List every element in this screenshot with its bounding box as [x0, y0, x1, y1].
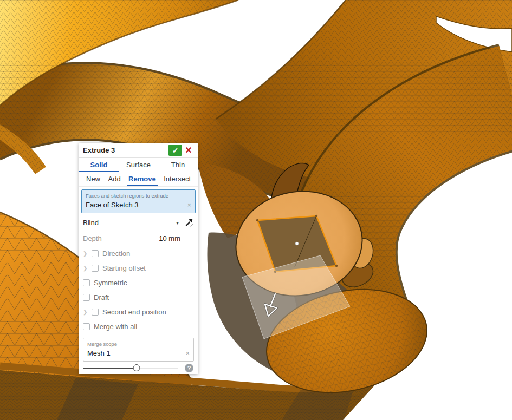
clear-merge-scope-icon[interactable]: × [185, 350, 190, 357]
chevron-right-icon[interactable]: ❯ [83, 251, 88, 257]
tab-thin[interactable]: Thin [158, 158, 198, 172]
option-row-symmetric: Symmetric [81, 275, 196, 290]
slider-track-filled[interactable] [83, 368, 137, 369]
slider-handle[interactable] [133, 364, 140, 371]
confirm-button[interactable]: ✓ [168, 145, 182, 156]
end-type-value: Blind [83, 219, 99, 227]
optab-remove[interactable]: Remove [126, 172, 159, 186]
option-row-draft: Draft [81, 290, 196, 305]
3d-viewport[interactable] [0, 0, 512, 420]
dialog-titlebar: Extrude 3 ✓ ✕ [79, 143, 198, 158]
onshape-canvas[interactable]: { "dialog": { "title": "Extrude 3", "con… [0, 0, 512, 420]
chevron-down-icon: ▾ [176, 220, 180, 226]
option-row-direction: ❯ Direction [81, 246, 196, 261]
dialog-footer: ? [79, 362, 198, 375]
optab-new[interactable]: New [83, 172, 103, 186]
depth-label: Depth [83, 234, 102, 242]
option-row-merge-with-all: Merge with all [81, 319, 196, 334]
operation-tabs: New Add Remove Intersect [79, 172, 198, 187]
depth-field[interactable]: Depth 10 mm [83, 231, 180, 246]
second-end-position-checkbox[interactable] [92, 309, 99, 316]
merge-scope-field[interactable]: Merge scope Mesh 1 × [83, 338, 194, 362]
face-center-vertex[interactable] [295, 242, 299, 245]
help-icon[interactable]: ? [185, 364, 193, 372]
extrude-dialog: Extrude 3 ✓ ✕ Solid Surface Thin New Add… [79, 143, 198, 374]
merge-with-all-checkbox[interactable] [83, 323, 90, 330]
option-label: Starting offset [102, 264, 146, 272]
check-icon: ✓ [172, 146, 179, 155]
dialog-resize-slider[interactable] [83, 364, 178, 372]
tab-surface[interactable]: Surface [119, 158, 158, 172]
draft-checkbox[interactable] [83, 294, 90, 301]
chevron-right-icon[interactable]: ❯ [83, 309, 88, 315]
option-row-second-end-position: ❯ Second end position [81, 305, 196, 319]
option-label: Draft [94, 293, 109, 301]
merge-scope-value: Mesh 1 [87, 349, 111, 357]
selection-label: Faces and sketch regions to extrude [86, 193, 191, 199]
clear-selection-icon[interactable]: × [187, 201, 191, 208]
body-type-tabs: Solid Surface Thin [79, 158, 198, 172]
depth-value: 10 mm [159, 234, 180, 242]
merge-scope-label: Merge scope [87, 341, 190, 347]
chevron-right-icon[interactable]: ❯ [83, 265, 88, 271]
option-row-starting-offset: ❯ Starting offset [81, 261, 196, 275]
optab-add[interactable]: Add [105, 172, 123, 186]
flip-direction-icon[interactable] [184, 217, 195, 228]
optab-intersect[interactable]: Intersect [161, 172, 193, 186]
option-label: Second end position [102, 308, 166, 316]
dialog-body: Faces and sketch regions to extrude Face… [79, 187, 198, 362]
symmetric-checkbox[interactable] [83, 279, 90, 286]
selection-value: Face of Sketch 3 [86, 201, 139, 209]
dialog-title: Extrude 3 [83, 146, 168, 154]
option-label: Merge with all [94, 323, 137, 331]
end-type-dropdown[interactable]: Blind ▾ [83, 214, 180, 231]
close-icon: ✕ [185, 145, 192, 155]
starting-offset-checkbox[interactable] [92, 265, 99, 272]
tab-solid[interactable]: Solid [79, 158, 119, 172]
option-label: Symmetric [94, 279, 127, 287]
cancel-button[interactable]: ✕ [182, 145, 195, 156]
option-label: Direction [102, 250, 130, 258]
faces-selection-field[interactable]: Faces and sketch regions to extrude Face… [81, 189, 196, 213]
direction-checkbox[interactable] [92, 250, 99, 257]
